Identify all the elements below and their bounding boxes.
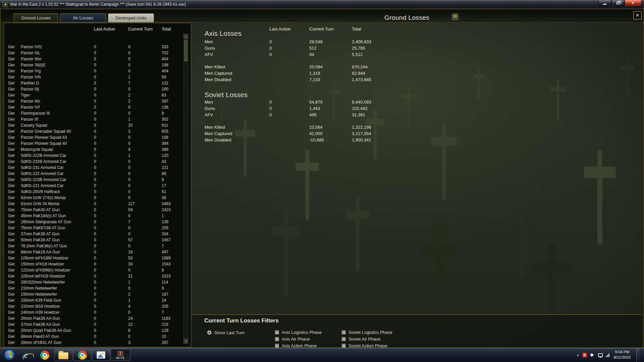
signal-bars-icon[interactable]: [606, 353, 609, 357]
unit-row[interactable]: Ger45mm PaK184(r) AT Gun001: [4, 213, 185, 219]
checkbox-icon[interactable]: [275, 344, 279, 348]
unit-row[interactable]: Ger105mm leFH18 Howitzer0211023: [4, 273, 185, 279]
unit-row[interactable]: Ger210mm M18 Howitzer04205: [4, 303, 185, 309]
tab-ground-losses[interactable]: Ground Losses: [14, 13, 58, 22]
unit-row[interactable]: Ger105mm leFH18M Howitzer0531889: [4, 255, 185, 261]
unit-row[interactable]: Ger37mm Flak36 AA Gun012215: [4, 321, 185, 327]
unit-row[interactable]: Ger28mm sPzB41 AT Gun03287: [4, 340, 185, 346]
unit-row[interactable]: Ger240mm H39 Howitzer007: [4, 309, 185, 315]
wite-app-label: WITE: [116, 356, 125, 360]
filter-checkbox-row[interactable]: Soviet Logistics Phase: [341, 329, 392, 336]
unit-row[interactable]: Ger50mm PaK38 AT Gun0572457: [4, 237, 185, 243]
volume-icon[interactable]: [590, 353, 595, 357]
unit-row[interactable]: GerPanzer Pioneer Squad 4300106: [4, 134, 185, 140]
filter-checkbox-row[interactable]: Soviet Air Phase: [341, 336, 392, 342]
unit-row[interactable]: Ger122mm sFH396(r) Howitzer008: [4, 267, 185, 273]
unit-row[interactable]: Ger82mm GrW 274(r) Mortar0038: [4, 195, 185, 201]
unit-row[interactable]: Ger20mm Flak38 AA Gun0241163: [4, 315, 185, 321]
unit-row[interactable]: GerMotorcycle Squad04369: [4, 146, 185, 153]
scrollbar[interactable]: ▲ ▼: [183, 34, 188, 344]
unit-row[interactable]: GerSdKfz-250/9 Halftrack0051: [4, 189, 185, 195]
losses-note-icon[interactable]: [452, 14, 458, 20]
unit-row[interactable]: GerTiger0263: [4, 92, 185, 98]
unit-row[interactable]: GerPanther D07131: [4, 80, 185, 86]
close-window-button[interactable]: ✕: [625, 0, 641, 6]
unit-row[interactable]: GerPanzer IIIj00200: [4, 86, 185, 92]
taskbar-icon-chrome[interactable]: [36, 349, 54, 361]
unit-name: Panzer IVh: [21, 74, 93, 80]
unit-row[interactable]: GerSdKfz-232B Armored Car0043: [4, 159, 185, 165]
start-button[interactable]: [3, 348, 16, 362]
minimize-button[interactable]: [598, 0, 611, 6]
taskbar-app-wite[interactable]: 2 WITE: [111, 349, 130, 361]
unit-row[interactable]: GerCavalry Squad020911: [4, 122, 185, 128]
unit-row[interactable]: GerPanzer IVf200333: [4, 44, 185, 50]
network-monitor-icon[interactable]: [598, 353, 603, 357]
taskbar-icon-image-viewer[interactable]: [92, 349, 110, 361]
loss-row: Guns01,443102,442: [205, 105, 413, 112]
unit-row[interactable]: Ger20mm Quad Flak38 AA Gun06128: [4, 327, 185, 334]
unit-row[interactable]: Ger88mm Flak18 AA Gun016497: [4, 249, 185, 255]
scroll-down-button[interactable]: ▼: [183, 339, 188, 344]
tray-expand-icon[interactable]: ▲: [577, 354, 579, 357]
unit-row[interactable]: GerSdKfz-222B Armored Car01120: [4, 153, 185, 159]
taskbar-clock[interactable]: 9:04 PM 8/11/2023: [614, 350, 631, 360]
checkbox-icon[interactable]: [341, 337, 346, 341]
tab-air-losses[interactable]: Air Losses: [60, 13, 106, 22]
unit-row[interactable]: Ger150mm Nebelwerfer02187: [4, 291, 185, 297]
taskbar-icon-chrome-2[interactable]: [73, 349, 91, 361]
unit-nationality: Ger: [8, 303, 15, 309]
unit-row[interactable]: GerPanzer Pioneer Squad 4000364: [4, 140, 185, 146]
unit-row[interactable]: Ger81mm GrW 34 Mortar01173463: [4, 201, 185, 207]
radio-selected-icon[interactable]: [207, 330, 212, 335]
unit-current-turn: 3: [128, 340, 130, 346]
unit-row[interactable]: Ger75mm PaK40 AT Gun0592423: [4, 207, 185, 213]
unit-nationality: Ger: [8, 80, 15, 86]
scrollbar-track[interactable]: [183, 39, 188, 339]
unit-row[interactable]: GerPanzer IVh0159: [4, 74, 185, 80]
unit-row[interactable]: Ger76.2mm PaK36(r) AT Gun007: [4, 243, 185, 249]
close-screen-button[interactable]: ✕: [633, 11, 642, 19]
show-desktop-button[interactable]: [636, 348, 640, 362]
unit-row[interactable]: Ger160mm Stielgranate AT Gun07139: [4, 219, 185, 225]
unit-row[interactable]: GerSdKfz-223B Armored Car006: [4, 177, 185, 183]
scrollbar-thumb[interactable]: [184, 40, 187, 61]
unit-row[interactable]: GerPanzer IVf00136: [4, 104, 185, 110]
filter-checkbox-row[interactable]: Axis Logistics Phase: [275, 329, 322, 336]
checkbox-icon[interactable]: [341, 330, 346, 335]
unit-row[interactable]: Ger280/320mm Nebelwerfer01114: [4, 279, 185, 285]
unit-total: 7: [162, 309, 164, 315]
unit-row[interactable]: GerPanzer IIIn02287: [4, 98, 185, 104]
unit-row[interactable]: GerPanzer IIIm00404: [4, 56, 185, 62]
unit-row[interactable]: GerPanzer IIIL00702: [4, 50, 185, 56]
checkbox-icon[interactable]: [341, 344, 346, 348]
unit-row[interactable]: Ger210mm Nebelwerfer006: [4, 285, 185, 291]
filter-checkbox-row[interactable]: Axis Air Phase: [275, 336, 322, 342]
unit-last-action: 0: [94, 321, 96, 327]
taskbar-icon-explorer[interactable]: [54, 349, 72, 361]
unit-row[interactable]: GerPanzer Grenadier Squad 4003605: [4, 128, 185, 134]
since-last-turn-radio-row[interactable]: Since Last Turn: [207, 329, 245, 336]
restore-button[interactable]: [611, 0, 624, 6]
tab-destroyed-units[interactable]: Destroyed Units: [108, 13, 154, 22]
checkbox-icon[interactable]: [275, 330, 279, 335]
unit-row[interactable]: GerFlammpanzer III009: [4, 110, 185, 116]
unit-row[interactable]: GerSdKfz-222 Armored Car0088: [4, 171, 185, 177]
scroll-up-button[interactable]: ▲: [183, 34, 188, 39]
filter-checkbox-row[interactable]: Axis Action Phase: [275, 342, 322, 348]
unit-row[interactable]: GerPanzer IIf01302: [4, 116, 185, 122]
unit-row[interactable]: Ger75mm PaK97/38 AT Gun00205: [4, 225, 185, 231]
loss-label: Guns: [205, 45, 215, 51]
filter-checkbox-row[interactable]: Soviet Action Phase: [341, 342, 392, 348]
unit-row[interactable]: GerSdKfz-221 Armored Car0017: [4, 183, 185, 189]
unit-row[interactable]: GerPanzer IVg00404: [4, 68, 185, 74]
unit-row[interactable]: GerPanzer 38(t)E00198: [4, 62, 185, 68]
unit-row[interactable]: Ger37mm PaK36 AT Gun00334: [4, 231, 185, 237]
unit-row[interactable]: Ger150mm sFH18 Howitzer0331543: [4, 261, 185, 267]
taskbar-icon-ie[interactable]: e: [17, 349, 35, 361]
unit-row[interactable]: Ger150mm K39 Field Gun0124: [4, 297, 185, 303]
unit-row[interactable]: GerSdKfz-231 Armored Car00221: [4, 165, 185, 171]
checkbox-icon[interactable]: [275, 337, 279, 341]
tray-b-icon[interactable]: B: [582, 353, 587, 358]
unit-row[interactable]: Ger88mm Pak43 AT Gun0010: [4, 334, 185, 340]
